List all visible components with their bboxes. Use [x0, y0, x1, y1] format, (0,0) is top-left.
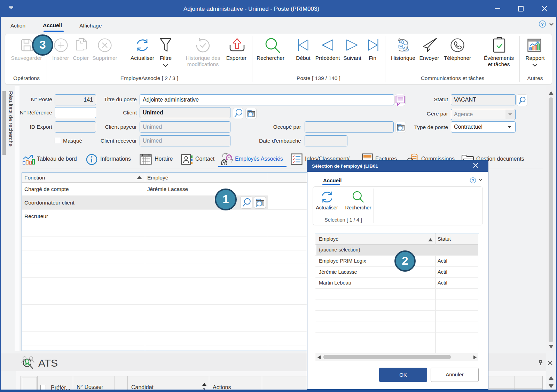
- svg-text:?: ?: [541, 22, 544, 27]
- svg-text:?: ?: [472, 178, 474, 183]
- svg-text:?: ?: [230, 158, 233, 163]
